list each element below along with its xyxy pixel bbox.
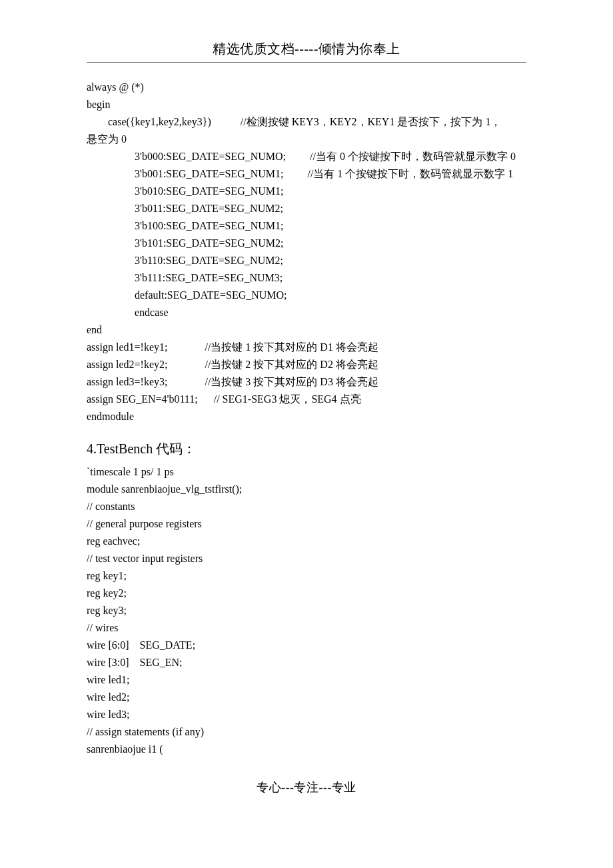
- code-line: // assign statements (if any): [87, 723, 526, 741]
- code-line: assign SEG_EN=4'b0111; // SEG1-SEG3 熄灭，S…: [87, 391, 526, 408]
- section-title: 4.TestBench 代码：: [87, 440, 526, 458]
- code-line: wire [3:0] SEG_EN;: [87, 654, 526, 671]
- code-line: reg key3;: [87, 602, 526, 619]
- code-line: 3'b001:SEG_DATE=SEG_NUM1; //当有 1 个按键按下时，…: [87, 165, 526, 183]
- code-line: wire led1;: [87, 671, 526, 689]
- code-block-1: always @ (*) begin case({key1,key2,key3}…: [87, 79, 526, 425]
- code-line: // wires: [87, 619, 526, 637]
- code-line: assign led2=!key2; //当按键 2 按下其对应的 D2 将会亮…: [87, 356, 526, 373]
- code-line: always @ (*): [87, 79, 526, 96]
- code-line: 悬空为 0: [87, 131, 526, 148]
- code-line: begin: [87, 96, 526, 113]
- code-line: wire led2;: [87, 689, 526, 706]
- code-line: // test vector input registers: [87, 550, 526, 567]
- code-line: reg key1;: [87, 567, 526, 585]
- code-line: 3'b110:SEG_DATE=SEG_NUM2;: [87, 252, 526, 269]
- code-line: case({key1,key2,key3}) //检测按键 KEY3，KEY2，…: [87, 113, 526, 131]
- code-line: wire [6:0] SEG_DATE;: [87, 637, 526, 654]
- code-line: end: [87, 321, 526, 339]
- code-line: assign led3=!key3; //当按键 3 按下其对应的 D3 将会亮…: [87, 373, 526, 391]
- code-line: reg eachvec;: [87, 533, 526, 550]
- code-line: // general purpose registers: [87, 515, 526, 533]
- code-line: sanrenbiaojue i1 (: [87, 741, 526, 758]
- code-line: endmodule: [87, 408, 526, 425]
- code-line: module sanrenbiaojue_vlg_tstfirst();: [87, 481, 526, 498]
- code-line: // constants: [87, 498, 526, 515]
- code-line: 3'b100:SEG_DATE=SEG_NUM1;: [87, 217, 526, 235]
- document-page: 精选优质文档-----倾情为你奉上 always @ (*) begin cas…: [0, 0, 613, 822]
- code-line: `timescale 1 ps/ 1 ps: [87, 463, 526, 481]
- code-line: 3'b010:SEG_DATE=SEG_NUM1;: [87, 183, 526, 200]
- code-line: assign led1=!key1; //当按键 1 按下其对应的 D1 将会亮…: [87, 339, 526, 356]
- header-divider: [87, 62, 526, 63]
- code-line: 3'b111:SEG_DATE=SEG_NUM3;: [87, 269, 526, 287]
- code-line: 3'b011:SEG_DATE=SEG_NUM2;: [87, 200, 526, 217]
- code-line: wire led3;: [87, 706, 526, 723]
- page-footer: 专心---专注---专业: [87, 779, 526, 795]
- code-line: 3'b101:SEG_DATE=SEG_NUM2;: [87, 235, 526, 252]
- code-block-2: `timescale 1 ps/ 1 ps module sanrenbiaoj…: [87, 463, 526, 758]
- code-line: 3'b000:SEG_DATE=SEG_NUMO; //当有 0 个按键按下时，…: [87, 148, 526, 165]
- code-line: default:SEG_DATE=SEG_NUMO;: [87, 287, 526, 304]
- code-line: endcase: [87, 304, 526, 321]
- page-header: 精选优质文档-----倾情为你奉上: [87, 40, 526, 58]
- code-line: reg key2;: [87, 585, 526, 602]
